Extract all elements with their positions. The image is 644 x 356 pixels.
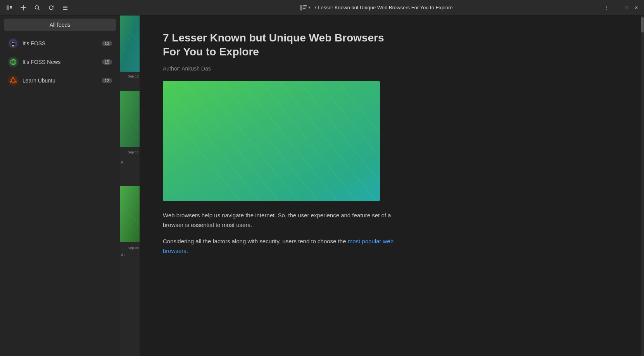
svg-rect-1 [10,6,12,7]
svg-rect-3 [10,9,12,9]
feed-name-itsfossnews: It's FOSS News [22,59,98,65]
article-thumb-3[interactable] [120,186,140,242]
reader-dropdown-icon: ▾ [308,5,311,10]
more-icon: ⋮ [604,5,609,10]
svg-rect-10 [303,7,307,7]
reader-panel[interactable]: 7 Lesser Known but Unique Web Browsers F… [140,15,641,356]
close-icon: ✕ [634,5,638,10]
article-body: Web browsers help us navigate the intern… [163,210,395,256]
article-thumb-2[interactable] [120,91,140,147]
svg-point-17 [12,42,13,42]
title-bar-left [3,2,150,14]
article-text-2-end: . [186,248,188,254]
svg-point-28 [12,77,14,79]
svg-point-29 [15,81,17,83]
article-title: 7 Lesser Known but Unique Web Browsers F… [163,31,395,59]
article-date-1: Sep 12 [128,74,139,78]
feed-avatar-learnubuntu [8,75,19,86]
maximize-icon: □ [625,5,628,10]
svg-rect-9 [303,5,307,6]
feed-badge-itsfossnews: 15 [102,59,112,65]
new-tab-button[interactable] [17,2,29,14]
feed-item-itsfoss[interactable]: It's FOSS 13 [3,35,117,52]
article-author: Author: Ankush Das [163,65,618,72]
svg-rect-2 [10,7,12,8]
svg-rect-40 [120,186,140,242]
title-bar-title: 7 Lesser Known but Unique Web Browsers F… [314,5,452,10]
title-bar-right: ⋮ — □ ✕ [602,2,641,13]
main-content: All feeds It's FOSS 13 [0,15,644,356]
article-list-panel: Sep 12 Sep 11 g [120,15,140,356]
sidebar: All feeds It's FOSS 13 [0,15,120,356]
sidebar-toggle-button[interactable] [3,2,16,14]
feed-item-itsfossnews[interactable]: It's FOSS News 15 [3,53,117,71]
feed-name-itsfoss: It's FOSS [22,40,98,46]
svg-rect-36 [120,91,140,147]
svg-rect-7 [63,9,67,10]
menu-button[interactable] [59,2,71,14]
article-snippet-2: g [121,160,123,163]
svg-rect-8 [300,5,302,10]
more-options-button[interactable]: ⋮ [602,2,611,13]
feed-item-learnubuntu[interactable]: Learn Ubuntu 12 [3,72,117,89]
feed-avatar-itsfoss [8,38,19,49]
title-bar: ▾ 7 Lesser Known but Unique Web Browsers… [0,0,644,15]
scrollbar-thumb[interactable] [641,17,644,33]
svg-point-18 [14,42,14,42]
svg-rect-44 [163,81,380,201]
scrollbar-track [641,15,644,356]
maximize-button[interactable]: □ [622,2,631,13]
feed-name-learnubuntu: Learn Ubuntu [22,77,98,84]
article-snippet-3: d , [121,253,125,256]
refresh-button[interactable] [45,2,57,14]
feed-badge-itsfoss: 13 [102,41,112,46]
article-date-3: Sep 08 [128,246,139,250]
article-paragraph-1: Web browsers help us navigate the intern… [163,210,395,230]
svg-rect-6 [63,7,67,8]
minimize-button[interactable]: — [612,2,622,13]
feed-badge-learnubuntu: 12 [102,78,112,83]
hero-image: IT'S FOSS [163,81,380,201]
svg-point-19 [12,45,14,46]
article-thumb-1[interactable] [120,15,140,72]
svg-point-30 [10,81,11,83]
article-text-2: Considering all the factors along with s… [163,238,348,244]
all-feeds-button[interactable]: All feeds [4,19,116,31]
article-date-2: Sep 11 [128,150,139,154]
title-bar-center: ▾ 7 Lesser Known but Unique Web Browsers… [150,5,602,10]
minimize-icon: — [614,5,619,10]
svg-rect-0 [7,5,9,10]
svg-rect-31 [120,15,140,72]
reader-view-button[interactable]: ▾ [300,5,311,10]
article-paragraph-2: Considering all the factors along with s… [163,236,395,256]
svg-rect-11 [303,8,306,9]
search-button[interactable] [31,2,43,14]
svg-rect-5 [63,6,67,7]
close-button[interactable]: ✕ [632,2,641,13]
feed-avatar-itsfossnews [8,57,19,67]
